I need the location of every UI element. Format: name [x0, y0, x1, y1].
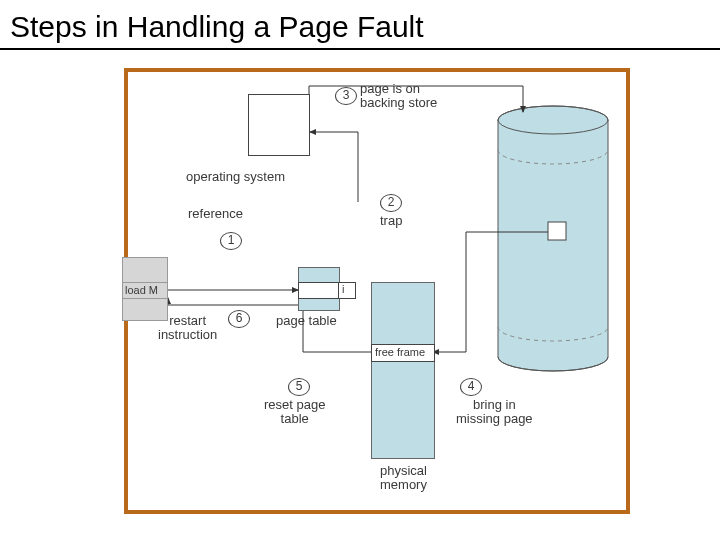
step-5: 5 [288, 378, 310, 396]
physical-memory-label: physical memory [380, 464, 427, 493]
step-2: 2 [380, 194, 402, 212]
diagram-stage: operating system 3 page is on backing st… [124, 68, 630, 514]
reference-label: reference [188, 207, 243, 221]
free-frame-label: free frame [375, 346, 425, 358]
svg-rect-2 [548, 222, 566, 240]
step-6: 6 [228, 310, 250, 328]
i-label: i [342, 283, 344, 295]
step-1: 1 [220, 232, 242, 250]
reset-page-table-label: reset page table [264, 398, 325, 427]
load-m-label: load M [125, 284, 158, 296]
page-table-i-cell [338, 282, 356, 299]
page-table-label: page table [276, 314, 337, 328]
restart-label: restart instruction [158, 314, 217, 343]
physical-memory-box [371, 282, 435, 459]
page-title: Steps in Handling a Page Fault [0, 0, 720, 50]
bring-in-label: bring in missing page [456, 398, 533, 427]
step-4: 4 [460, 378, 482, 396]
trap-label: trap [380, 214, 402, 228]
